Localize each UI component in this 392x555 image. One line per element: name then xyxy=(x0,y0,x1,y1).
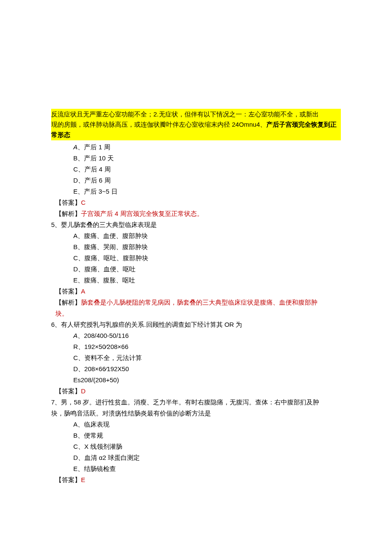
q4-explanation-bracket: 【解析】 xyxy=(55,210,81,217)
q6-option-a-label: A xyxy=(73,332,78,339)
q5-option-d: D、腹痛、血便、呕吐 xyxy=(51,264,341,274)
q5-explanation-line2: 块。 xyxy=(51,308,341,319)
q5-answer-letter: A xyxy=(81,288,85,295)
q5-option-a: A、腹痛、血便、腹部肿块 xyxy=(51,231,341,241)
q5-explanation-line1: 【解析】肠套叠是小儿肠梗阻的常见病因，肠套叠的三大典型临床症状是腹痛、血便和腹部… xyxy=(51,297,341,308)
q4-explanation: 【解析】子宫颈产后 4 周宫颈完全恢复至正常状态。 xyxy=(51,209,341,219)
q7-question-line1: 7、男，58 岁。进行性贫血。消瘦、乏力半年。有时右腹隐痛，无腹泻。查体：右中腹… xyxy=(51,397,341,407)
q7-answer: 【答案】E xyxy=(51,475,341,485)
q5-option-e: E、腹痛、腹胀、呕吐 xyxy=(51,275,341,285)
q5-option-b: B、腹痛、哭闹、腹部肿块 xyxy=(51,242,341,252)
q5-answer: 【答案】A xyxy=(51,286,341,296)
q7-answer-bracket: 【答案】 xyxy=(55,476,81,483)
q5-explanation-text-1: 肠套叠是小儿肠梗阻的常见病因，肠套叠的三大典型临床症状是腹痛、血便和腹部肿 xyxy=(81,299,317,306)
q4-answer-letter: C xyxy=(81,199,86,206)
q4-option-a: A、产后 1 周 xyxy=(51,142,341,152)
q6-answer-bracket: 【答案】 xyxy=(55,387,81,395)
q6-answer-letter: D xyxy=(81,387,86,395)
q4-option-e: E、产后 3~5 日 xyxy=(51,186,341,197)
q7-answer-letter: E xyxy=(81,476,85,483)
q4-option-a-label: A xyxy=(73,143,78,151)
q6-option-a-text: 、208/400-50/116 xyxy=(78,332,129,339)
q6-option-e: Es208/(208+50) xyxy=(51,375,341,385)
q4-option-c: C、产后 4 周 xyxy=(51,164,341,174)
highlighted-passage: 反流症状且无严重左心室功能不全；2.无症状，但伴有以下情况之一：左心室功能不全，… xyxy=(51,109,341,140)
q6-question: 6、有人研究授乳与乳腺癌的关系.回顾性的调查如下经计算其 OR 为 xyxy=(51,320,341,330)
highlight-line-2: 现的房颤，或伴肺动脉高压，或连伽状瓣叶伴左心室收缩末内径 24Omnu4、产后子… xyxy=(51,119,341,140)
q7-option-e: E、结肠镜检查 xyxy=(51,464,341,474)
q5-option-c: C、腹痛、呕吐、腹部肿块 xyxy=(51,253,341,263)
q7-option-a: A、临床表现 xyxy=(51,419,341,430)
q7-question-line2: 块，肠鸣音活跃。对溃疡性结肠炎最有价值的诊断方法是 xyxy=(51,408,341,418)
q4-option-d: D、产后 6 周 xyxy=(51,175,341,186)
q5-answer-bracket: 【答案】 xyxy=(55,288,81,295)
q6-option-d: D、208×66⁄192X50 xyxy=(51,364,341,374)
q5-explanation-bracket: 【解析】 xyxy=(55,299,81,306)
highlight-line-2-plain: 现的房颤，或伴肺动脉高压，或连伽状瓣叶伴左心室收缩末内径 24Omnu4、 xyxy=(51,121,266,128)
q6-answer: 【答案】D xyxy=(51,386,341,396)
q6-option-a: A、208/400-50/116 xyxy=(51,331,341,341)
q7-option-d: D、血清 α2 球蛋白测定 xyxy=(51,453,341,463)
q4-option-a-text: 、产后 1 周 xyxy=(78,143,110,151)
q6-option-c: C、资料不全，元法计算 xyxy=(51,353,341,363)
q7-option-b: B、便常规 xyxy=(51,430,341,441)
q4-explanation-text: 子宫颈产后 4 周宫颈完全恢复至正常状态。 xyxy=(81,210,203,217)
q7-option-c: C、X 线领剂灌肠 xyxy=(51,442,341,452)
document-page: 反流症状且无严重左心室功能不全；2.无症状，但伴有以下情况之一：左心室功能不全，… xyxy=(0,0,392,555)
highlight-line-1: 反流症状且无严重左心室功能不全；2.无症状，但伴有以下情况之一：左心室功能不全，… xyxy=(51,109,341,119)
q4-answer-bracket: 【答案】 xyxy=(55,199,81,206)
q6-option-b: R、192×50⁄208×66 xyxy=(51,342,341,352)
q4-option-b: B、产后 10 天 xyxy=(51,153,341,163)
q4-answer: 【答案】C xyxy=(51,198,341,208)
q5-question: 5、婴儿肠套叠的三大典型临床表现是 xyxy=(51,220,341,230)
